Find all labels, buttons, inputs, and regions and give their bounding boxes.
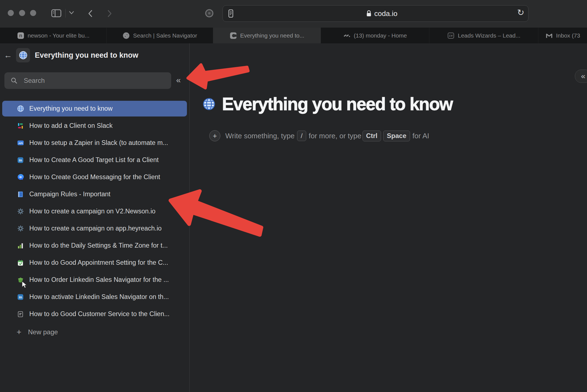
sidebar-item-add-client-slack[interactable]: How to add a Client on Slack — [2, 118, 187, 134]
reload-icon[interactable]: ↻ — [517, 7, 524, 18]
svg-text:LW: LW — [449, 34, 453, 37]
sidebar: ← Everything you need to know « — [0, 43, 190, 392]
gear-icon — [17, 208, 24, 215]
composer-hint-text: for AI — [413, 132, 429, 140]
composer-hint-text: Write something, type — [225, 132, 295, 140]
close-window-button[interactable] — [8, 10, 14, 16]
search-input[interactable] — [23, 76, 157, 85]
tab-label: (13) monday - Home — [354, 32, 407, 39]
linkedin-icon: in — [17, 293, 24, 301]
svg-text:in: in — [19, 158, 22, 162]
tab-label: newson - Your elite bu... — [28, 32, 89, 39]
sidebar-item-daily-settings[interactable]: How to do the Daily Settings & Time Zone… — [2, 238, 187, 253]
tab-label: Inbox (73 — [556, 32, 580, 39]
tab-coda-active[interactable]: Everything you need to... — [213, 28, 321, 43]
linkedin-icon: in — [17, 156, 24, 164]
new-page-button[interactable]: + New page — [2, 324, 187, 340]
page-content: ← Everything you need to know « — [0, 43, 587, 392]
sidebar-item-campaign-heyreach[interactable]: How to create a campaign on app.heyreach… — [2, 221, 187, 236]
gear-icon — [17, 225, 24, 232]
calendar-check-icon — [17, 259, 24, 267]
tab-leads-wizards[interactable]: LW Leads Wizards – Lead... — [429, 28, 538, 43]
document-canvas[interactable]: Everything you need to know + Write some… — [190, 43, 587, 392]
screenshot-root: { "browser": { "url": "coda.io", "tabs":… — [0, 0, 587, 392]
address-bar[interactable]: coda.io ↻ — [223, 5, 528, 22]
tab-bar: n newson - Your elite bu... Search | Sal… — [0, 28, 587, 43]
sidebar-item-everything[interactable]: Everything you need to know — [2, 101, 187, 116]
api-badge-icon: API — [17, 139, 24, 147]
tab-monday[interactable]: (13) monday - Home — [321, 28, 429, 43]
slash-keycap: / — [297, 131, 306, 141]
svg-text:in: in — [19, 295, 22, 299]
sidebar-item-good-messaging[interactable]: How to Create Good Messaging for the Cli… — [2, 169, 187, 185]
back-arrow-icon[interactable]: ← — [4, 51, 12, 60]
sidebar-item-target-list[interactable]: in How to Create A Good Target List for … — [2, 152, 187, 168]
newson-logo-icon: n — [17, 32, 25, 39]
leads-wizards-logo-icon: LW — [447, 32, 455, 39]
notebook-icon — [17, 190, 24, 198]
sidebar-item-appointment-setting[interactable]: How to do Good Appointment Setting for t… — [2, 255, 187, 271]
globe-icon — [17, 105, 24, 113]
zoom-window-button[interactable] — [30, 10, 36, 16]
globe-icon — [202, 97, 216, 111]
globe-icon — [18, 51, 28, 60]
tab-newson[interactable]: n newson - Your elite bu... — [0, 28, 107, 43]
document-icon — [17, 310, 24, 318]
document-title-block: Everything you need to know — [202, 94, 453, 114]
safari-compass-icon — [122, 32, 130, 39]
plus-icon: + — [213, 132, 217, 140]
tab-label: Leads Wizards – Lead... — [458, 32, 520, 39]
sidebar-item-order-sales-navigator[interactable]: How to Order Linkedin Sales Navigator fo… — [2, 272, 187, 288]
minimize-window-button[interactable] — [19, 10, 25, 16]
svg-text:n: n — [19, 33, 22, 38]
sidebar-item-activate-sales-navigator[interactable]: in How to activate Linkedin Sales Naviga… — [2, 289, 187, 305]
forward-button-icon[interactable] — [107, 8, 113, 19]
sidebar-collapse-icon[interactable]: « — [176, 75, 181, 85]
tab-label: Everything you need to... — [240, 32, 304, 39]
search-icon — [10, 77, 18, 84]
messenger-icon — [17, 173, 24, 181]
search-box[interactable] — [4, 72, 171, 89]
right-panel-collapse-button[interactable]: « — [575, 70, 587, 83]
coda-logo-icon — [229, 32, 237, 39]
extension-icon[interactable] — [205, 9, 214, 18]
composer-hint-text: for more, or type — [309, 132, 361, 140]
gmail-logo-icon — [545, 32, 553, 39]
add-block-button[interactable]: + — [209, 130, 220, 141]
toggle-sidebar-icon[interactable] — [51, 8, 62, 18]
tab-sales-navigator[interactable]: Search | Sales Navigator — [107, 28, 213, 43]
collapse-chevrons-icon: « — [581, 72, 585, 81]
page-list: Everything you need to know How to add a… — [0, 101, 190, 340]
slack-icon — [17, 122, 24, 130]
reader-view-icon[interactable] — [227, 9, 235, 18]
chevron-down-icon[interactable] — [68, 10, 75, 15]
plus-icon: + — [17, 327, 22, 337]
tab-label: Search | Sales Navigator — [133, 32, 197, 39]
basket-icon — [17, 276, 24, 284]
page-title: Everything you need to know — [222, 94, 453, 114]
sidebar-item-customer-service[interactable]: How to do Good Customer Service to the C… — [2, 306, 187, 322]
back-button-icon[interactable] — [87, 8, 93, 19]
browser-toolbar: coda.io ↻ — [0, 0, 587, 28]
svg-text:API: API — [18, 142, 23, 145]
url-text: coda.io — [374, 9, 398, 18]
bar-chart-icon — [17, 242, 24, 250]
empty-line-composer[interactable]: + Write something, type / for more, or t… — [209, 129, 429, 142]
sidebar-item-zapier-slack[interactable]: API How to setup a Zapier in Slack (to a… — [2, 135, 187, 151]
space-keycap: Space — [383, 131, 410, 141]
toolbar-divider — [65, 9, 66, 18]
tab-gmail-inbox[interactable]: Inbox (73 — [538, 28, 587, 43]
monday-logo-icon — [343, 32, 351, 39]
ctrl-keycap: Ctrl — [363, 131, 381, 141]
sidebar-doc-title: Everything you need to know — [35, 51, 138, 60]
sidebar-item-campaign-newson[interactable]: How to create a campaign on V2.Newson.io — [2, 203, 187, 219]
lock-icon — [366, 10, 372, 17]
sidebar-item-campaign-rules[interactable]: Campaign Rules - Important — [2, 186, 187, 202]
doc-icon-tile[interactable] — [16, 48, 30, 62]
